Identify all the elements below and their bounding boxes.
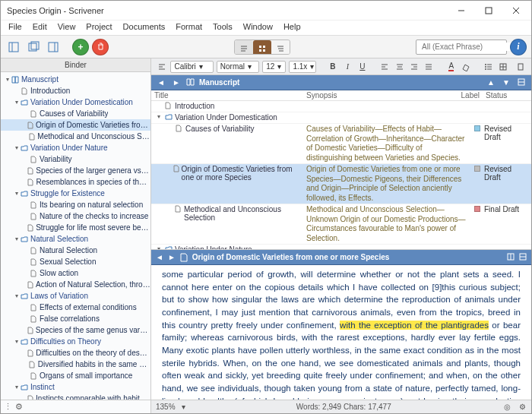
binder-document[interactable]: Effects of external conditions: [1, 302, 150, 313]
editor-forward-button[interactable]: ►: [168, 253, 176, 261]
view-corkboard-button[interactable]: [253, 40, 271, 55]
editor-crumb[interactable]: Manuscript: [199, 78, 239, 87]
disclosure-triangle-icon[interactable]: ▾: [13, 235, 21, 242]
view-text-button[interactable]: [235, 40, 253, 55]
binder-document[interactable]: False correlations: [1, 313, 150, 324]
text-editor[interactable]: some particular period of growth, will d…: [151, 265, 531, 400]
add-document-button[interactable]: +: [72, 39, 89, 55]
binder-document[interactable]: Sexual Selection: [1, 256, 150, 267]
col-label[interactable]: Label: [458, 90, 483, 100]
editor-back-button[interactable]: ◄: [156, 253, 163, 261]
menu-window[interactable]: Window: [239, 21, 277, 35]
binder-document[interactable]: Instincts comparable with habits, but di…: [1, 393, 150, 400]
window-close-button[interactable]: [502, 2, 530, 20]
binder-menu-icon[interactable]: ⋮: [4, 402, 12, 412]
binder-folder[interactable]: ▾Instinct: [1, 381, 150, 393]
align-left-button-2[interactable]: [378, 61, 390, 73]
binder-tree[interactable]: ▾ManuscriptIntroduction▾Variation Under …: [1, 72, 150, 400]
outliner-row[interactable]: Introduction: [151, 101, 531, 112]
disclosure-triangle-icon[interactable]: ▾: [13, 99, 21, 106]
highlight-button[interactable]: [460, 61, 471, 73]
zoom-level[interactable]: 135%: [156, 403, 176, 411]
menu-documents[interactable]: Documents: [119, 21, 170, 35]
menu-help[interactable]: Help: [279, 21, 306, 35]
binder-folder[interactable]: ▾Natural Selection: [1, 233, 150, 245]
outliner-row[interactable]: Methodical and Unconscious SelectionMeth…: [151, 204, 531, 245]
binder-folder[interactable]: ▾Difficulties on Theory: [1, 336, 150, 347]
disclosure-triangle-icon[interactable]: ▾: [13, 190, 21, 197]
binder-document[interactable]: Natural Selection: [1, 245, 150, 256]
disclosure-triangle-icon[interactable]: ▾: [13, 384, 21, 390]
outliner-row[interactable]: ▾Variation Under Domestication: [151, 112, 531, 124]
binder-folder[interactable]: ▾Laws of Variation: [1, 290, 150, 302]
menu-project[interactable]: Project: [81, 21, 116, 35]
binder-gear-icon[interactable]: ⚙: [15, 402, 23, 412]
collections-button[interactable]: [25, 39, 42, 55]
col-status[interactable]: Status: [483, 90, 531, 100]
trash-button[interactable]: [92, 39, 109, 55]
binder-folder[interactable]: ▾Variation Under Domestication: [1, 96, 150, 108]
menu-format[interactable]: Format: [171, 21, 207, 35]
nav-forward-button[interactable]: ►: [171, 78, 182, 87]
binder-folder[interactable]: ▾Manuscript: [1, 74, 150, 85]
align-right-button[interactable]: [408, 61, 420, 73]
page-view-button[interactable]: [515, 61, 527, 73]
binder-document[interactable]: Its bearing on natural selection: [1, 199, 150, 210]
binder-document[interactable]: Methodical and Unconscious Selection: [1, 131, 150, 142]
binder-document[interactable]: Struggle for life most severe between in…: [1, 222, 150, 233]
table-button[interactable]: [497, 61, 508, 73]
bold-button[interactable]: B: [327, 61, 338, 73]
binder-folder[interactable]: ▾Variation Under Nature: [1, 142, 150, 153]
menu-file[interactable]: File: [4, 21, 27, 35]
editor-split-horizontal-button[interactable]: [519, 253, 527, 262]
binder-toggle-button[interactable]: [5, 39, 22, 55]
binder-folder[interactable]: ▾Struggle for Existence: [1, 188, 150, 199]
font-family-select[interactable]: Calibri▾: [170, 61, 213, 73]
menu-tools[interactable]: Tools: [208, 21, 237, 35]
window-maximize-button[interactable]: [475, 2, 502, 20]
split-button[interactable]: [516, 78, 527, 87]
info-button[interactable]: i: [510, 39, 527, 55]
binder-document[interactable]: Species of the larger genera vs smaller …: [1, 165, 150, 176]
font-size-select[interactable]: 12▾: [262, 61, 286, 73]
label-swatch[interactable]: [474, 166, 480, 172]
binder-document[interactable]: Origin of Domestic Varieties from one or…: [1, 119, 150, 131]
binder-document[interactable]: Species of the same genus vary in an ana…: [1, 324, 150, 336]
binder-document[interactable]: Resemblances in species of the larger ge…: [1, 176, 150, 188]
label-swatch[interactable]: [474, 206, 480, 212]
window-minimize-button[interactable]: [448, 2, 475, 20]
binder-document[interactable]: Slow action: [1, 267, 150, 279]
disclosure-triangle-icon[interactable]: ▾: [157, 113, 165, 120]
search-input[interactable]: [422, 43, 518, 51]
binder-document[interactable]: Nature of the checks to increase: [1, 210, 150, 222]
project-search[interactable]: [416, 40, 507, 55]
editor-split-vertical-button[interactable]: [507, 253, 515, 262]
underline-button[interactable]: U: [356, 61, 368, 73]
outliner-row[interactable]: Origin of Domestic Varieties from one or…: [151, 164, 531, 204]
binder-document[interactable]: Organs of small importance: [1, 370, 150, 381]
label-swatch[interactable]: [474, 125, 480, 131]
list-button[interactable]: [483, 61, 494, 73]
paragraph-style-select[interactable]: Normal▾: [217, 61, 259, 73]
disclosure-triangle-icon[interactable]: ▾: [13, 292, 21, 299]
col-title[interactable]: Title: [151, 90, 303, 100]
nav-down-button[interactable]: ▼: [501, 78, 511, 87]
text-color-button[interactable]: A: [445, 61, 457, 73]
line-spacing-select[interactable]: 1.1x▾: [289, 61, 316, 73]
binder-document[interactable]: Diversified habits in the same species: [1, 359, 150, 370]
nav-back-button[interactable]: ◄: [156, 78, 166, 87]
binder-document[interactable]: Variability: [1, 153, 150, 165]
gear-icon[interactable]: ⚙: [518, 403, 527, 411]
align-justify-button[interactable]: [423, 61, 435, 73]
outliner-view[interactable]: Title Synopsis Label Status Introduction…: [151, 90, 531, 250]
menu-view[interactable]: View: [53, 21, 81, 35]
menu-edit[interactable]: Edit: [28, 21, 52, 35]
col-synopsis[interactable]: Synopsis: [303, 90, 458, 100]
align-center-button[interactable]: [394, 61, 405, 73]
align-left-button[interactable]: [156, 61, 167, 73]
disclosure-triangle-icon[interactable]: ▾: [13, 338, 21, 345]
inspector-toggle-button[interactable]: [45, 39, 62, 55]
outliner-row[interactable]: ▾Variation Under Nature: [151, 245, 531, 250]
nav-up-button[interactable]: ▲: [486, 78, 496, 87]
italic-button[interactable]: I: [342, 61, 353, 73]
